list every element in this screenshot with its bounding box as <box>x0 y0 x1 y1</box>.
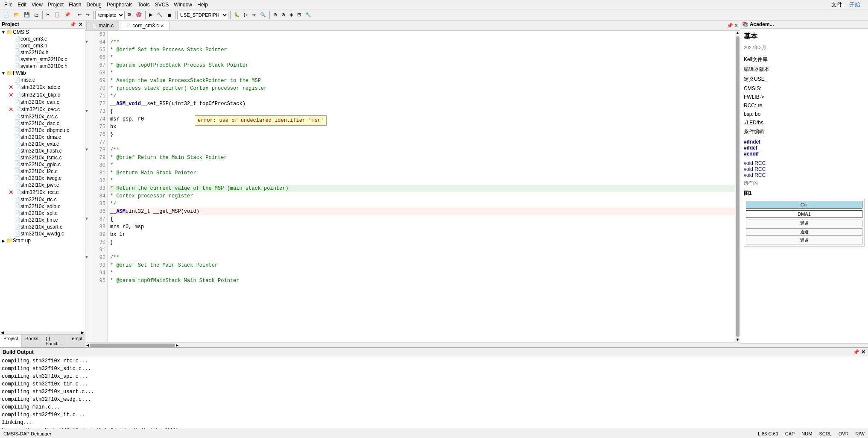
menu-edit[interactable]: Edit <box>15 1 29 9</box>
right-item-compiler[interactable]: 编译器版本 <box>744 66 865 73</box>
panel-close-button[interactable]: ✕ <box>78 22 83 27</box>
menu-view[interactable]: View <box>29 1 45 9</box>
tree-item-iwdg[interactable]: 📄 stm32f10x_iwdg.c <box>0 175 85 182</box>
tab-close-icon[interactable]: ✕ <box>734 23 738 29</box>
menu-debug[interactable]: Debug <box>84 1 104 9</box>
tree-item-startup[interactable]: ▶ 📁 Start up <box>0 237 85 244</box>
target-combo[interactable]: USE_STDPERIPH <box>177 11 228 19</box>
step-button[interactable]: ⇒ <box>250 11 257 18</box>
right-item-led[interactable]: ./LED/bs <box>744 120 865 126</box>
paste-button[interactable]: 📌 <box>63 11 72 18</box>
tree-item-i2c[interactable]: 📄 stm32f10x_i2c.c <box>0 168 85 175</box>
right-func-rcc1[interactable]: void RCC <box>744 160 865 166</box>
build-button[interactable]: ▶ <box>147 11 154 18</box>
menu-window[interactable]: Window <box>171 1 195 9</box>
tab-main-c[interactable]: 📄 main.c <box>86 21 119 30</box>
build-close-button[interactable]: ✕ <box>861 349 865 355</box>
rebuild-button[interactable]: 🔨 <box>155 11 164 18</box>
expand-startup[interactable]: ▶ <box>1 238 6 243</box>
tab-functions[interactable]: { } Functi... <box>42 335 66 347</box>
tree-item-fsmc[interactable]: 📄 stm32f10x_fsmc.c <box>0 154 85 161</box>
code-body[interactable]: /** * @brief Set the Process Stack Point… <box>108 31 735 342</box>
menu-project[interactable]: Project <box>45 1 66 9</box>
open-button[interactable]: 📂 <box>12 11 21 18</box>
right-func-rcc3[interactable]: void RCC <box>744 172 865 178</box>
misc-button5[interactable]: 🔧 <box>304 11 313 18</box>
right-item-keil[interactable]: Keil文件库 <box>744 56 865 63</box>
tree-item-dma[interactable]: 📄 stm32f10x_dma.c <box>0 134 85 141</box>
expand-fwlib[interactable]: ▼ <box>1 71 6 76</box>
menu-svcs[interactable]: SVCS <box>152 1 172 9</box>
tree-item-cec[interactable]: ✕ 📄 stm32f10x_cec.c <box>0 106 85 113</box>
tree-item-usart[interactable]: 📄 stm32f10x_usart.c <box>0 223 85 230</box>
gutter-92[interactable]: ▼ <box>85 254 92 262</box>
target-button[interactable]: 🎯 <box>134 11 143 18</box>
editor-vscrollbar[interactable]: ▲ ▼ <box>735 31 740 342</box>
tree-item-spi[interactable]: 📄 stm32f10x_spi.c <box>0 210 85 217</box>
misc-button3[interactable]: ◈ <box>288 11 295 18</box>
config-button[interactable]: ⚙ <box>126 11 133 18</box>
tab-core-cm3-c-close[interactable]: ✕ <box>161 24 164 28</box>
menu-help[interactable]: Help <box>195 1 210 9</box>
tree-item-rtc[interactable]: 📄 stm32f10x_rtc.c <box>0 196 85 203</box>
hscroll-right[interactable]: ▶ <box>175 343 179 348</box>
panel-pin-button[interactable]: 📌 <box>69 22 77 27</box>
template-combo[interactable]: template <box>95 11 125 19</box>
right-item-bsp[interactable]: bsp: bo <box>744 111 865 117</box>
expand-cmsis[interactable]: ▼ <box>1 30 6 35</box>
tree-item-wwdg[interactable]: 📄 stm32f10x_wwdg.c <box>0 230 85 237</box>
tree-item-flash[interactable]: 📄 stm32f10x_flash.c <box>0 147 85 154</box>
tree-item-rcc[interactable]: ✕ 📄 stm32f10x_rcc.c <box>0 188 85 196</box>
misc-button2[interactable]: ⊗ <box>280 11 287 18</box>
tree-item-bkp[interactable]: ✕ 📄 stm32f10x_bkp.c <box>0 91 85 99</box>
tree-item-misc[interactable]: 📄 misc.c <box>0 76 85 83</box>
hscroll-left[interactable]: ◀ <box>85 343 90 348</box>
tree-item-core-cm3h[interactable]: 📄 core_cm3.h <box>0 42 85 49</box>
tree-item-system-c[interactable]: 📄 system_stm32f10x.c <box>0 56 85 63</box>
copy-button[interactable]: 📋 <box>53 11 62 18</box>
debug-button[interactable]: 🐛 <box>232 11 242 18</box>
keil-start-label[interactable]: 开始 <box>847 0 863 9</box>
editor-hscrollbar[interactable]: ◀ ▶ <box>85 342 740 347</box>
tree-item-tim[interactable]: 📄 stm32f10x_tim.c <box>0 217 85 223</box>
right-item-fwlib[interactable]: FWLIB-> <box>744 94 865 100</box>
redo-button[interactable]: ↪ <box>84 11 91 18</box>
tree-item-can[interactable]: 📄 stm32f10x_can.c <box>0 99 85 106</box>
stop-build-button[interactable]: ⏹ <box>165 12 173 18</box>
misc-button1[interactable]: ⊕ <box>272 11 279 18</box>
tree-item-adc[interactable]: ✕ 📄 stm32f10x_adc.c <box>0 83 85 91</box>
tab-books[interactable]: Books <box>22 335 42 347</box>
right-panel-scrollbar[interactable] <box>740 343 868 347</box>
gutter-73[interactable]: ▼ <box>85 108 92 115</box>
tree-item-crc[interactable]: 📄 stm32f10x_crc.c <box>0 113 85 120</box>
tree-item-system-h[interactable]: 📄 system_stm32f10x.h <box>0 63 85 70</box>
right-func-rcc2[interactable]: void RCC <box>744 166 865 172</box>
save-button[interactable]: 💾 <box>22 11 32 18</box>
tree-item-sdio[interactable]: 📄 stm32f10x_sdio.c <box>0 203 85 210</box>
tree-item-pwr[interactable]: 📄 stm32f10x_pwr.c <box>0 182 85 188</box>
misc-button4[interactable]: ⊞ <box>295 11 303 18</box>
cut-button[interactable]: ✂ <box>44 11 52 18</box>
right-item-cmsis[interactable]: CMSIS: <box>744 85 865 91</box>
tree-item-stm32f10xh[interactable]: 📄 stm32f10x.h <box>0 49 85 56</box>
new-button[interactable]: 📄 <box>2 11 11 18</box>
right-item-rcc1[interactable]: RCC: re <box>744 103 865 109</box>
right-item-define[interactable]: 定义USE_ <box>744 76 865 83</box>
scroll-thumb[interactable] <box>736 36 739 337</box>
tree-item-dbgmcu[interactable]: 📄 stm32f10x_dbgmcu.c <box>0 127 85 134</box>
tree-item-core-cm3c[interactable]: 📄 core_cm3.c <box>0 35 85 42</box>
menu-tools[interactable]: Tools <box>135 1 152 9</box>
save-all-button[interactable]: 🗂 <box>32 12 41 18</box>
scroll-up[interactable]: ▲ <box>736 31 739 35</box>
hscroll-thumb[interactable] <box>90 344 175 347</box>
tree-item-exti[interactable]: 📄 stm32f10x_exti.c <box>0 141 85 147</box>
build-pin-button[interactable]: 📌 <box>853 349 859 355</box>
gutter-78[interactable]: ▼ <box>85 146 92 154</box>
menu-peripherals[interactable]: Peripherals <box>104 1 135 9</box>
tree-item-dac[interactable]: 📄 stm32f10x_dac.c <box>0 120 85 127</box>
search-button[interactable]: 🔍 <box>258 11 268 18</box>
tab-core-cm3-c[interactable]: 📄 core_cm3.c ✕ <box>120 21 170 30</box>
run-button[interactable]: ▷ <box>243 11 249 18</box>
gutter-87[interactable]: ▼ <box>85 215 92 223</box>
gutter-64[interactable]: ▼ <box>85 38 92 46</box>
